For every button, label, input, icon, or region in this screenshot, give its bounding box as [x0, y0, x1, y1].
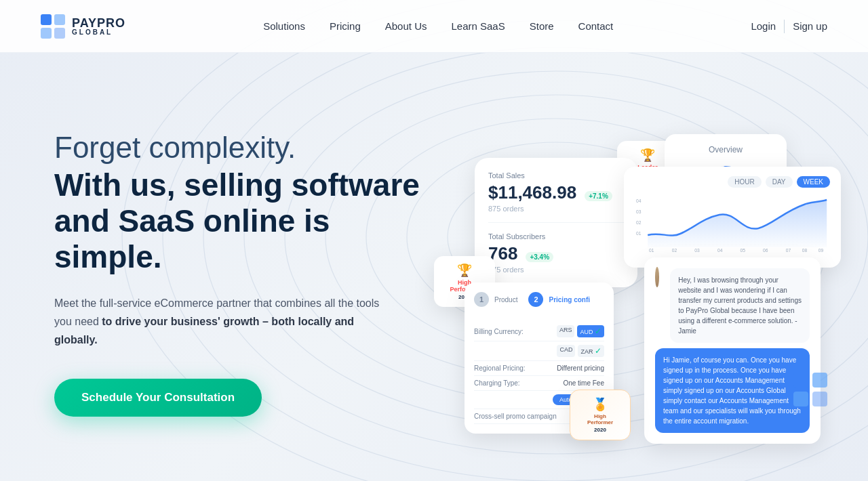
svg-text:03: 03	[694, 248, 700, 253]
navbar: PAYPRO GLOBAL Solutions Pricing About Us…	[0, 0, 868, 53]
chart-tab-hour[interactable]: HOUR	[728, 176, 761, 188]
g2-performer2-badge: 🏅 High Performer 2020	[570, 390, 631, 440]
svg-rect-11	[54, 14, 65, 25]
svg-rect-29	[793, 373, 808, 388]
sales-card: Total Sales $11,468.98 +7.1% 875 orders …	[475, 158, 637, 287]
pricing-steps: 1 Product 2 Pricing confi	[474, 292, 604, 314]
currency-cad[interactable]: CAD	[557, 345, 575, 357]
svg-rect-13	[54, 28, 65, 39]
hero-tagline: Forget complexity.	[54, 131, 434, 165]
step-1-label: Product	[494, 296, 517, 304]
subscribers-badge: +3.4%	[526, 252, 553, 262]
chat-question: Hey, I was browsing through your website…	[670, 268, 810, 343]
hero-title-line1: With us, selling software	[54, 167, 420, 203]
step-2: 2 Pricing confi	[528, 292, 590, 307]
chart-tabs: HOUR DAY WEEK	[635, 176, 830, 188]
nav-about[interactable]: About Us	[385, 20, 427, 32]
momentum-year: 2020	[577, 427, 623, 433]
svg-text:03: 03	[636, 209, 642, 214]
svg-text:07: 07	[786, 248, 791, 253]
currency-ars[interactable]: ARS	[557, 325, 575, 337]
logo-icon	[41, 14, 65, 39]
chat-card: Hey, I was browsing through your website…	[644, 257, 821, 444]
svg-rect-32	[812, 392, 827, 406]
sales-orders: 875 orders	[488, 205, 624, 213]
hero-right: 🏆 Leader THE 2020 Total Sales $11,468.98…	[434, 53, 827, 481]
logo[interactable]: PAYPRO GLOBAL	[41, 14, 125, 39]
svg-text:02: 02	[636, 220, 642, 225]
nav-divider	[784, 20, 785, 33]
chat-avatar	[655, 267, 659, 287]
svg-text:04: 04	[717, 248, 723, 253]
chat-answer: Hi Jamie, of course you can. Once you ha…	[655, 348, 810, 433]
pricing-row-charging: Charging Type: One time Fee	[474, 376, 604, 391]
cta-button[interactable]: Schedule Your Consultation	[54, 379, 262, 417]
svg-text:05: 05	[741, 248, 746, 253]
pricing-row-billing2: CAD ZAR ✓	[474, 341, 604, 361]
signup-link[interactable]: Sign up	[793, 20, 827, 32]
card-divider	[488, 222, 624, 223]
svg-rect-31	[793, 392, 808, 406]
hero-left: Forget complexity. With us, selling soft…	[54, 117, 434, 417]
step-1: 1 Product	[474, 292, 517, 307]
chat-question-row: Hey, I was browsing through your website…	[655, 268, 810, 348]
nav-learn[interactable]: Learn SaaS	[451, 20, 505, 32]
svg-text:01: 01	[649, 248, 654, 253]
hero-section: Forget complexity. With us, selling soft…	[0, 53, 868, 481]
step-2-label: Pricing confi	[549, 296, 590, 304]
nav-links: Solutions Pricing About Us Learn SaaS St…	[263, 20, 613, 32]
chart-tab-week[interactable]: WEEK	[797, 176, 830, 188]
svg-rect-10	[41, 14, 52, 25]
svg-text:01: 01	[636, 231, 642, 236]
svg-rect-12	[41, 28, 52, 39]
chat-answer-text: Hi Jamie, of course you can. Once you ha…	[663, 355, 802, 426]
chat-question-text: Hey, I was browsing through your website…	[678, 275, 802, 336]
chart-svg: 04 03 02 01 01 02 03 04 05 06 07 08 09	[635, 194, 830, 255]
sales-label: Total Sales	[488, 171, 624, 180]
nav-solutions[interactable]: Solutions	[263, 20, 305, 32]
svg-rect-30	[812, 373, 827, 388]
nav-auth: Login Sign up	[751, 20, 827, 33]
subscribers-label: Total Subscribers	[488, 232, 624, 240]
step-2-circle: 2	[528, 292, 543, 307]
currency-aud[interactable]: AUD ✓	[577, 325, 604, 337]
overview-title: Overview	[675, 145, 776, 154]
hero-title-line2: and SaaS online is	[54, 203, 330, 238]
hero-description: Meet the full-service eCommerce partner …	[54, 294, 380, 350]
subscribers-orders: 875 orders	[488, 266, 624, 274]
paypro-float-icon	[793, 373, 827, 406]
svg-text:09: 09	[818, 248, 824, 253]
sales-value: $11,468.98	[488, 182, 576, 203]
login-link[interactable]: Login	[751, 20, 776, 32]
hero-title: With us, selling software and SaaS onlin…	[54, 167, 434, 275]
momentum-title2: Performer	[577, 419, 623, 425]
nav-contact[interactable]: Contact	[578, 20, 614, 32]
g2-performer-icon: 🏆	[441, 263, 488, 278]
currency-zar[interactable]: ZAR ✓	[578, 345, 604, 357]
pricing-row-billing: Billing Currency: ARS AUD ✓	[474, 322, 604, 341]
svg-text:08: 08	[802, 248, 808, 253]
pricing-row-regional: Regional Pricing: Different pricing	[474, 361, 604, 376]
momentum-title: High	[577, 413, 623, 419]
svg-text:04: 04	[636, 198, 642, 203]
logo-paypro: PAYPRO	[72, 17, 125, 29]
momentum-icon: 🏅	[577, 397, 623, 412]
step-1-circle: 1	[474, 292, 489, 307]
hero-title-line3: simple.	[54, 239, 162, 274]
nav-pricing[interactable]: Pricing	[330, 20, 361, 32]
svg-text:06: 06	[763, 248, 768, 253]
chart-tab-day[interactable]: DAY	[766, 176, 793, 188]
logo-text: PAYPRO GLOBAL	[72, 17, 125, 36]
nav-store[interactable]: Store	[530, 20, 554, 32]
chart-card: HOUR DAY WEEK 04 03 02 01 01 02 03 04 05…	[624, 167, 841, 268]
logo-global: GLOBAL	[72, 29, 125, 36]
svg-text:02: 02	[672, 248, 677, 253]
sales-badge: +7.1%	[585, 191, 612, 201]
